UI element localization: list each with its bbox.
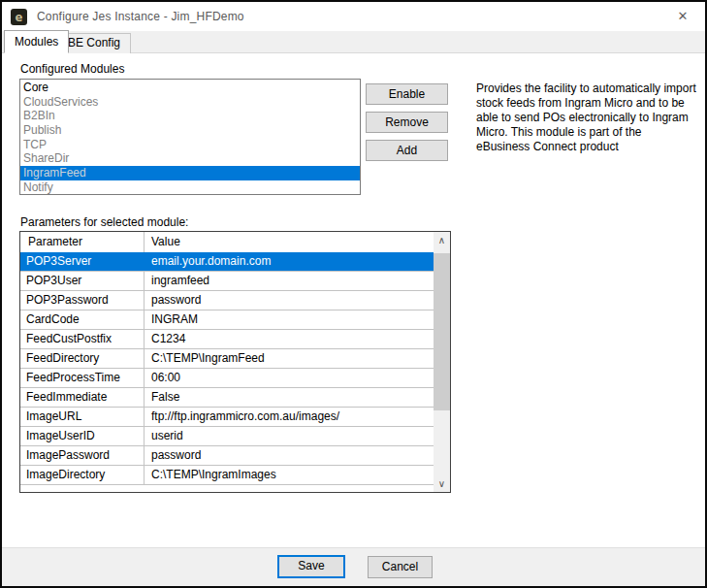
module-description: Provides the facility to automatically i…: [476, 82, 697, 154]
footer-bar: Save Cancel: [2, 547, 705, 586]
parameters-table-header: Parameter Value: [20, 232, 450, 252]
remove-button[interactable]: Remove: [366, 112, 448, 133]
app-icon: e: [11, 9, 27, 25]
parameter-row-feeddirectory[interactable]: FeedDirectoryC:\TEMP\IngramFeed: [20, 349, 434, 369]
parameter-row-imagepassword[interactable]: ImagePasswordpassword: [20, 446, 434, 466]
parameter-name-cell[interactable]: FeedProcessTime: [20, 369, 145, 387]
parameter-name-cell[interactable]: CardCode: [20, 310, 145, 329]
parameter-name-cell[interactable]: POP3Password: [20, 291, 145, 310]
parameter-value-cell[interactable]: INGRAM: [145, 310, 434, 329]
parameter-name-cell[interactable]: ImageUserID: [20, 427, 145, 445]
column-header-value[interactable]: Value: [145, 232, 450, 252]
parameter-name-cell[interactable]: POP3User: [20, 272, 145, 290]
configured-modules-label: Configured Modules: [20, 62, 124, 76]
parameter-row-pop3server[interactable]: POP3Serveremail.your.domain.com: [20, 252, 434, 272]
parameter-value-cell[interactable]: password: [145, 446, 434, 465]
parameter-row-pop3user[interactable]: POP3Useringramfeed: [20, 272, 434, 291]
configure-jes-instance-dialog: e Configure Jes Instance - Jim_HFDemo ✕ …: [0, 0, 707, 588]
parameter-name-cell[interactable]: FeedDirectory: [20, 349, 145, 368]
enable-button[interactable]: Enable: [366, 83, 448, 105]
title-bar: e Configure Jes Instance - Jim_HFDemo ✕: [2, 2, 705, 31]
tab-modules[interactable]: Modules: [4, 30, 69, 53]
scrollbar-up-arrow-icon[interactable]: ∧: [434, 232, 450, 248]
module-item-publish[interactable]: Publish: [20, 123, 360, 138]
parameter-row-pop3password[interactable]: POP3Passwordpassword: [20, 291, 434, 310]
parameter-value-cell[interactable]: C1234: [145, 330, 434, 348]
module-item-cloudservices[interactable]: CloudServices: [20, 95, 360, 110]
parameter-value-cell[interactable]: C:\TEMP\IngramFeed: [145, 349, 434, 368]
module-item-notify[interactable]: Notify: [20, 180, 360, 195]
vertical-scrollbar[interactable]: ∧ ∨: [434, 232, 450, 492]
parameters-label: Parameters for selected module:: [20, 215, 188, 229]
parameter-row-feedprocesstime[interactable]: FeedProcessTime06:00: [20, 369, 434, 388]
add-button[interactable]: Add: [366, 140, 448, 161]
parameter-name-cell[interactable]: FeedCustPostfix: [20, 330, 145, 348]
parameter-value-cell[interactable]: email.your.domain.com: [145, 252, 434, 271]
scrollbar-thumb[interactable]: [434, 253, 450, 410]
parameter-value-cell[interactable]: password: [145, 291, 434, 310]
module-item-b2bin[interactable]: B2BIn: [20, 109, 360, 123]
module-buttons-group: EnableRemoveAdd: [366, 83, 448, 168]
parameter-value-cell[interactable]: userid: [145, 427, 434, 445]
column-header-parameter[interactable]: Parameter: [20, 232, 145, 252]
parameter-row-feedimmediate[interactable]: FeedImmediateFalse: [20, 388, 434, 408]
save-button[interactable]: Save: [277, 555, 345, 578]
parameter-name-cell[interactable]: POP3Server: [20, 252, 145, 271]
module-item-ingramfeed[interactable]: IngramFeed: [20, 166, 360, 180]
parameter-row-imageuserid[interactable]: ImageUserIDuserid: [20, 427, 434, 446]
cancel-button[interactable]: Cancel: [368, 556, 433, 578]
scrollbar-down-arrow-icon[interactable]: ∨: [434, 475, 450, 492]
configured-modules-listbox[interactable]: CoreCloudServicesB2BInPublishTCPShareDir…: [19, 79, 361, 195]
close-icon[interactable]: ✕: [662, 2, 703, 30]
parameter-row-cardcode[interactable]: CardCodeINGRAM: [20, 310, 434, 330]
tab-strip: ModulesBE Config: [2, 31, 705, 53]
parameter-value-cell[interactable]: 06:00: [145, 369, 434, 387]
parameter-name-cell[interactable]: ImageDirectory: [20, 466, 145, 484]
parameter-row-imageurl[interactable]: ImageURLftp://ftp.ingrammicro.com.au/ima…: [20, 408, 434, 427]
parameters-table: Parameter Value POP3Serveremail.your.dom…: [19, 231, 451, 493]
parameter-name-cell[interactable]: FeedImmediate: [20, 388, 145, 407]
module-item-sharedir[interactable]: ShareDir: [20, 151, 360, 166]
window-title: Configure Jes Instance - Jim_HFDemo: [37, 10, 244, 23]
parameter-name-cell[interactable]: ImageURL: [20, 408, 145, 426]
module-item-core[interactable]: Core: [20, 81, 360, 95]
parameter-value-cell[interactable]: False: [145, 388, 434, 407]
parameter-row-imagedirectory[interactable]: ImageDirectoryC:\TEMP\IngramImages: [20, 466, 434, 485]
parameters-table-body: POP3Serveremail.your.domain.comPOP3Useri…: [20, 252, 434, 485]
parameter-value-cell[interactable]: ftp://ftp.ingrammicro.com.au/images/: [145, 408, 434, 426]
module-item-tcp[interactable]: TCP: [20, 138, 360, 152]
parameter-value-cell[interactable]: ingramfeed: [145, 272, 434, 290]
parameter-row-feedcustpostfix[interactable]: FeedCustPostfixC1234: [20, 330, 434, 349]
parameter-name-cell[interactable]: ImagePassword: [20, 446, 145, 465]
parameter-value-cell[interactable]: C:\TEMP\IngramImages: [145, 466, 434, 484]
